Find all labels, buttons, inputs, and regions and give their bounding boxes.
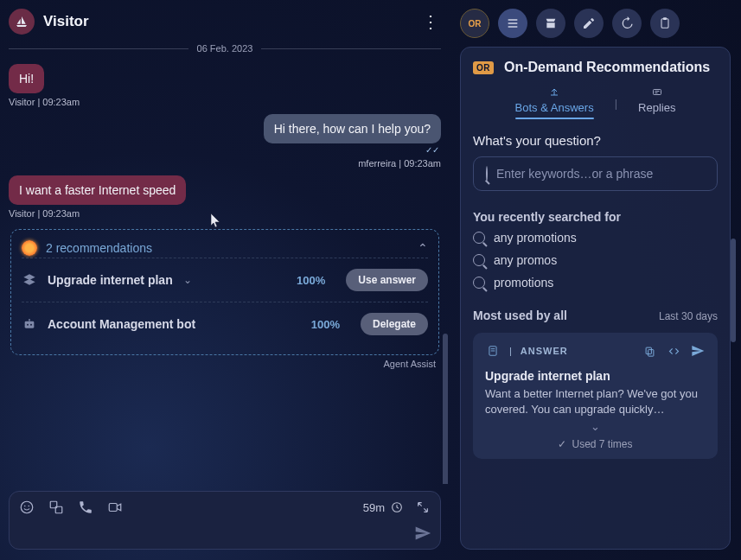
- recommendations-card: OR On-Demand Recommendations Bots & Answ…: [460, 47, 731, 550]
- recommendation-score: 100%: [297, 274, 325, 287]
- send-button[interactable]: [414, 525, 431, 542]
- answer-type-label: ANSWER: [521, 346, 568, 356]
- search-icon: [473, 277, 485, 289]
- toolbar-or-button[interactable]: OR: [460, 9, 489, 38]
- message-agent: Hi there, how can I help you? ✓✓ mferrei…: [9, 114, 441, 169]
- scrollbar[interactable]: [731, 239, 736, 342]
- read-receipt-icon: ✓✓: [9, 145, 441, 155]
- svg-point-4: [21, 501, 33, 513]
- toolbar-store-button[interactable]: [536, 9, 565, 38]
- recommendation-score: 100%: [311, 318, 340, 331]
- recent-search-item[interactable]: any promotions: [473, 231, 718, 245]
- search-icon: [473, 254, 485, 266]
- toolbar-list-button[interactable]: [498, 9, 527, 38]
- message-bubble: I want a faster Internet speed: [9, 175, 186, 205]
- video-icon[interactable]: [106, 499, 124, 516]
- agent-assist-label: Agent Assist: [9, 359, 436, 369]
- timer-value: 59m: [363, 501, 385, 514]
- search-icon: [473, 232, 485, 244]
- stack-icon: [22, 272, 37, 288]
- answer-body: Want a better Internet plan? We've got y…: [485, 386, 706, 417]
- tab-label: Replies: [638, 101, 675, 114]
- svg-rect-15: [646, 347, 651, 354]
- clock-icon: [390, 500, 404, 514]
- question-heading: What's your question?: [473, 133, 718, 148]
- tab-label: Bots & Answers: [515, 101, 594, 114]
- message-list: Hi! Visitor | 09:23am Hi there, how can …: [0, 57, 450, 484]
- kebab-menu[interactable]: ⋮: [420, 11, 441, 32]
- message-meta: Visitor | 09:23am: [9, 97, 441, 107]
- message-meta: mferreira | 09:23am: [9, 158, 441, 169]
- toolbar-history-button[interactable]: [612, 9, 642, 38]
- answer-card: | ANSWER Upgrade internet plan Want a be…: [473, 333, 718, 459]
- svg-rect-13: [653, 90, 661, 95]
- chat-title: Visitor: [43, 13, 420, 30]
- recommendation-item: Account Management bot 100% Delegate: [22, 302, 428, 346]
- store-icon: [544, 16, 558, 30]
- check-icon: ✓: [558, 438, 566, 450]
- tab-replies[interactable]: Replies: [638, 87, 675, 119]
- bot-icon: [22, 316, 37, 332]
- answer-usage: ✓ Used 7 times: [485, 438, 706, 450]
- recent-search-text: any promos: [494, 253, 557, 267]
- edit-icon: [582, 16, 596, 30]
- recommendation-name: Account Management bot: [48, 317, 195, 331]
- svg-point-6: [29, 506, 30, 507]
- recent-search-item[interactable]: promotions: [473, 276, 718, 290]
- card-tabs: Bots & Answers | Replies: [473, 82, 718, 128]
- expand-answer[interactable]: ⌄: [485, 420, 706, 433]
- svg-rect-12: [663, 17, 667, 20]
- recent-search-item[interactable]: any promos: [473, 253, 718, 267]
- svg-point-2: [30, 324, 32, 326]
- recommendations-title: 2 recommendations: [46, 241, 409, 255]
- card-title: On-Demand Recommendations: [504, 60, 710, 75]
- message-visitor: Hi! Visitor | 09:23am: [9, 64, 441, 107]
- bots-answers-icon: [548, 87, 560, 98]
- svg-point-5: [24, 506, 26, 507]
- phone-icon[interactable]: [77, 499, 94, 516]
- toolbar-edit-button[interactable]: [574, 9, 604, 38]
- doc-icon: [485, 343, 501, 359]
- recent-searches: any promotions any promos promotions: [473, 231, 718, 290]
- chat-composer: 59m: [9, 491, 441, 550]
- list-icon: [506, 16, 520, 30]
- message-visitor: I want a faster Internet speed Visitor |…: [9, 175, 441, 219]
- scrollbar[interactable]: [443, 334, 448, 484]
- chevron-up-icon[interactable]: ⌃: [418, 241, 428, 255]
- delegate-button[interactable]: Delegate: [361, 313, 428, 335]
- recent-search-text: promotions: [494, 276, 553, 290]
- tab-bots-answers[interactable]: Bots & Answers: [515, 87, 594, 119]
- emoji-icon[interactable]: [18, 499, 35, 516]
- svg-rect-16: [648, 349, 653, 356]
- svg-rect-9: [109, 504, 117, 512]
- send-answer-icon[interactable]: [690, 343, 706, 359]
- chevron-down-icon[interactable]: ⌄: [183, 274, 192, 286]
- search-input[interactable]: Enter keywords…or a phrase: [473, 156, 718, 191]
- tab-separator: |: [615, 97, 617, 110]
- svg-rect-3: [29, 319, 29, 321]
- search-placeholder: Enter keywords…or a phrase: [496, 167, 653, 181]
- expand-icon[interactable]: [414, 499, 431, 516]
- recommendation-item: Upgrade internet plan ⌄ 100% Use answer: [22, 258, 428, 302]
- side-panel: OR OR On-Demand Recommendations Bots & A…: [450, 0, 741, 560]
- copy-icon[interactable]: [642, 343, 657, 359]
- sun-icon: [22, 240, 37, 256]
- code-icon[interactable]: [666, 343, 681, 359]
- chat-date: 06 Feb. 2023: [197, 43, 253, 54]
- use-answer-button[interactable]: Use answer: [346, 269, 428, 291]
- message-meta: Visitor | 09:23am: [9, 208, 441, 219]
- clipboard-icon: [658, 16, 672, 30]
- side-toolbar: OR: [460, 9, 731, 38]
- svg-point-1: [27, 324, 29, 326]
- message-input[interactable]: [18, 525, 414, 542]
- sailboat-icon: [15, 15, 29, 29]
- recent-search-text: any promotions: [494, 231, 577, 245]
- recommendations-header[interactable]: 2 recommendations ⌃: [22, 237, 428, 258]
- answer-usage-text: Used 7 times: [572, 438, 632, 450]
- toolbar-clipboard-button[interactable]: [650, 9, 680, 38]
- translate-icon[interactable]: [48, 499, 65, 516]
- recommendation-name: Upgrade internet plan: [48, 273, 173, 287]
- history-icon: [620, 16, 634, 30]
- chat-header: Visitor ⋮: [0, 0, 450, 43]
- date-divider: 06 Feb. 2023: [0, 43, 450, 57]
